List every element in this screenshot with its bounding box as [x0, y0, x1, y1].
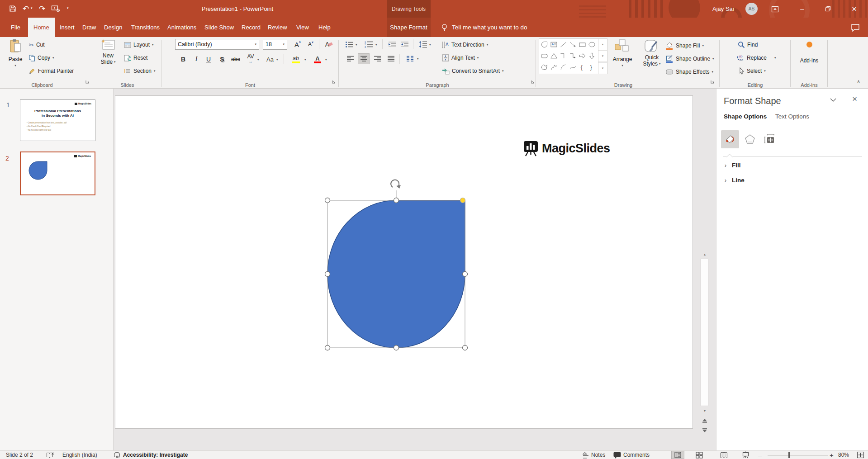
shape-outline-button[interactable]: Shape Outline ▾ [665, 54, 714, 64]
new-slide-button[interactable]: New Slide▾ [95, 39, 121, 65]
format-painter-button[interactable]: Format Painter [29, 66, 74, 76]
canvas-scroll-up-icon[interactable]: ▴ [701, 251, 709, 258]
copy-button[interactable]: Copy ▾ [29, 53, 54, 63]
quick-styles-button[interactable]: Quick Styles▾ [640, 39, 664, 67]
shrink-font-button[interactable]: A▾ [305, 39, 316, 49]
shape-fill-button[interactable]: Shape Fill ▾ [665, 41, 704, 51]
collapse-ribbon-icon[interactable]: ∧ [857, 79, 860, 85]
columns-button[interactable] [404, 53, 416, 64]
drawing-dialog-launcher-icon[interactable] [710, 80, 716, 85]
adjust-handle-yellow[interactable] [460, 198, 465, 203]
font-name-combo[interactable]: Calibri (Body) ▾ [175, 39, 259, 50]
convert-smartart-button[interactable]: Convert to SmartArt ▾ [442, 66, 504, 76]
shape-right-brace-icon[interactable]: } [588, 63, 596, 71]
pane-collapse-icon[interactable] [830, 98, 837, 102]
tab-view[interactable]: View [291, 18, 314, 37]
shape-line-icon[interactable] [560, 41, 567, 48]
avatar[interactable]: AS [745, 3, 758, 15]
copy-dropdown-icon[interactable]: ▾ [52, 56, 54, 60]
canvas-scrollbar-thumb[interactable] [701, 259, 708, 406]
slide-indicator[interactable]: Slide 2 of 2 [6, 451, 33, 459]
shape-freeform-icon[interactable] [541, 63, 548, 71]
reset-button[interactable]: Reset [124, 53, 147, 63]
highlight-dropdown-icon[interactable]: ▾ [304, 58, 306, 62]
fit-to-window-icon[interactable] [857, 451, 864, 459]
start-slideshow-icon[interactable] [50, 4, 61, 14]
resize-handle-nw[interactable] [325, 198, 330, 203]
pane-size-properties-icon[interactable] [761, 130, 779, 148]
highlight-color-button[interactable]: ab [289, 53, 303, 65]
arrange-button[interactable]: Arrange ▾ [611, 39, 634, 67]
shape-arc-icon[interactable] [560, 63, 567, 71]
change-case-button[interactable]: Aa [265, 54, 275, 64]
redo-icon[interactable]: ↷ [37, 3, 47, 14]
shape-arrow-icon[interactable] [569, 41, 577, 48]
italic-button[interactable]: I [191, 54, 201, 64]
zoom-out-button[interactable]: – [758, 451, 762, 459]
shape-scribble-icon[interactable] [550, 63, 558, 71]
pane-close-icon[interactable]: × [852, 94, 857, 104]
tab-animations[interactable]: Animations [162, 18, 202, 37]
pane-effects-icon[interactable] [741, 130, 759, 148]
bold-button[interactable]: B [178, 54, 189, 64]
shape-gallery-up-icon[interactable]: ▴ [598, 39, 607, 51]
section-button[interactable]: Section ▾ [124, 66, 156, 76]
previous-slide-button[interactable] [701, 418, 709, 425]
clear-formatting-button[interactable]: A [323, 39, 335, 49]
language-indicator[interactable]: English (India) [62, 451, 97, 459]
shape-rounded-rectangle-icon[interactable] [541, 52, 548, 60]
pane-tab-shape-options[interactable]: Shape Options [724, 113, 767, 120]
resize-handle-w[interactable] [325, 272, 330, 277]
zoom-slider-thumb[interactable] [788, 452, 790, 458]
select-button[interactable]: Select ▾ [739, 66, 766, 76]
tab-review[interactable]: Review [262, 18, 293, 37]
pane-section-line[interactable]: › Line [725, 177, 745, 184]
shape-textbox-icon[interactable]: A [550, 41, 558, 48]
strikethrough-button[interactable]: abc [229, 54, 242, 64]
bullets-button[interactable] [344, 39, 354, 49]
tellme-box[interactable]: Tell me what you want to do [441, 18, 527, 37]
tab-record[interactable]: Record [236, 18, 266, 37]
shape-effects-button[interactable]: Shape Effects ▾ [665, 67, 713, 77]
shape-down-arrow-icon[interactable] [588, 52, 596, 60]
align-left-button[interactable] [344, 53, 356, 64]
addins-button[interactable]: Add-ins [795, 42, 823, 64]
accessibility-status[interactable]: Accessibility: Investigate [123, 451, 188, 459]
resize-handle-n[interactable] [394, 198, 399, 203]
shape-left-brace-icon[interactable]: { [579, 63, 586, 71]
columns-dropdown-icon[interactable]: ▾ [417, 57, 419, 61]
resize-handle-sw[interactable] [325, 345, 330, 350]
tab-draw[interactable]: Draw [77, 18, 101, 37]
canvas-scroll-down-icon[interactable]: ▾ [701, 407, 709, 414]
shape-elbow-connector-icon[interactable] [560, 52, 567, 60]
shape-curve-icon[interactable] [569, 63, 577, 71]
replace-button[interactable]: abac Replace ▾ [737, 53, 776, 63]
notes-toggle[interactable]: Notes [582, 451, 605, 459]
tab-transitions[interactable]: Transitions [126, 18, 165, 37]
font-size-combo[interactable]: 18 ▾ [263, 39, 287, 50]
line-spacing-dropdown-icon[interactable]: ▾ [429, 43, 431, 47]
justify-button[interactable] [385, 53, 397, 64]
tab-shape-format[interactable]: Shape Format [387, 18, 431, 37]
shape-right-arrow-icon[interactable] [579, 52, 586, 60]
shape-teardrop-icon[interactable] [541, 41, 548, 48]
teardrop-shape[interactable] [327, 200, 465, 348]
restore-button[interactable] [818, 0, 838, 18]
character-spacing-button[interactable]: AV↔ [245, 53, 256, 65]
spellcheck-icon[interactable] [46, 451, 54, 459]
resize-handle-e[interactable] [463, 272, 468, 277]
zoom-slider-track[interactable] [768, 455, 828, 455]
close-button[interactable]: × [844, 0, 864, 18]
align-center-button[interactable] [358, 53, 370, 64]
account-name[interactable]: Ajay Sai [712, 5, 734, 12]
align-right-button[interactable] [371, 53, 383, 64]
tab-slideshow[interactable]: Slide Show [199, 18, 239, 37]
view-slide-sorter-button[interactable] [696, 451, 703, 459]
shape-gallery-more-icon[interactable]: ▾ [598, 62, 607, 74]
tab-file[interactable]: File [5, 18, 26, 37]
font-size-dropdown-icon[interactable]: ▾ [283, 43, 285, 46]
shape-gallery-down-icon[interactable]: ▾ [598, 51, 607, 62]
font-color-button[interactable]: A [312, 53, 323, 65]
save-icon[interactable] [7, 3, 18, 14]
text-shadow-button[interactable]: S [217, 54, 228, 64]
